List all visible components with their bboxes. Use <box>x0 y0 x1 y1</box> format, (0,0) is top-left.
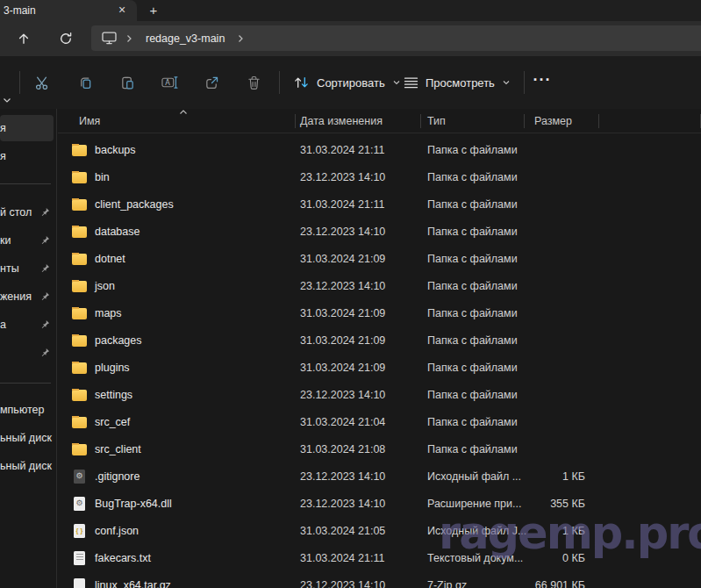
table-row[interactable]: fakecars.txt 31.03.2024 21:11 Текстовый … <box>58 544 701 571</box>
sidebar-item-desktop[interactable]: й стол <box>0 199 54 226</box>
tab-close-icon[interactable]: × <box>114 3 130 18</box>
column-header-size[interactable]: Размер <box>525 109 599 133</box>
copy-icon <box>78 75 93 90</box>
tab-bar: 3-main × + <box>0 0 701 21</box>
table-row[interactable]: maps 31.03.2024 21:09 Папка с файлами <box>58 299 701 326</box>
view-button-label: Просмотреть <box>426 76 495 90</box>
toolbar-divider <box>19 71 20 94</box>
table-row[interactable]: plugins 31.03.2024 21:09 Папка с файлами <box>58 354 701 381</box>
new-tab-button[interactable]: + <box>143 2 164 19</box>
column-header-type[interactable]: Тип <box>421 109 525 133</box>
pin-icon <box>39 263 50 274</box>
sidebar-item-local-disk-d[interactable]: ьный диск <box>0 453 54 479</box>
column-header-date[interactable]: Дата изменения <box>296 109 421 133</box>
chevron-right-icon[interactable] <box>237 34 245 43</box>
text-file-icon <box>74 551 85 565</box>
pin-icon <box>39 348 50 358</box>
sidebar-item-gallery[interactable]: я <box>0 143 54 169</box>
folder-icon <box>72 226 87 238</box>
pin-icon <box>39 207 50 218</box>
up-button[interactable] <box>13 28 34 49</box>
table-row[interactable]: packages 31.03.2024 21:09 Папка с файлам… <box>58 326 701 354</box>
sidebar-item-pictures[interactable]: жения <box>0 283 54 310</box>
dll-file-icon <box>74 497 85 511</box>
rename-button[interactable]: A <box>152 67 187 98</box>
table-row[interactable]: bin 23.12.2023 14:10 Папка с файлами <box>58 163 701 190</box>
delete-button[interactable] <box>236 67 271 98</box>
table-row[interactable]: dotnet 31.03.2024 21:09 Папка с файлами <box>58 245 701 272</box>
share-button[interactable] <box>194 67 229 98</box>
breadcrumb-segment[interactable]: redage_v3-main <box>142 31 228 47</box>
sidebar-item-home[interactable]: я <box>0 115 54 141</box>
cut-icon <box>34 75 51 91</box>
sidebar-main-divider <box>56 109 57 588</box>
folder-icon <box>72 308 87 319</box>
folder-icon <box>72 281 87 292</box>
sort-ascending-icon <box>179 109 188 116</box>
copy-button[interactable] <box>68 67 103 98</box>
trash-icon <box>247 75 261 90</box>
table-row[interactable]: backups 31.03.2024 21:11 Папка с файлами <box>58 136 701 163</box>
ellipsis-icon: ··· <box>533 71 552 90</box>
folder-icon <box>72 444 87 455</box>
file-explorer-window: 3-main × + redage_v3-main <box>0 0 701 588</box>
table-row[interactable]: src_client 31.03.2024 21:08 Папка с файл… <box>58 435 701 463</box>
column-header-row: Имя Дата изменения Тип Размер <box>58 109 701 133</box>
paste-icon <box>120 75 135 90</box>
folder-icon <box>72 362 87 374</box>
up-arrow-icon <box>17 32 31 46</box>
folder-icon <box>72 145 87 156</box>
sidebar-item-videos[interactable] <box>0 340 54 366</box>
table-row[interactable]: settings 23.12.2023 14:10 Папка с файлам… <box>58 381 701 408</box>
column-header-blank <box>599 109 701 133</box>
table-row[interactable]: json 23.12.2023 14:10 Папка с файлами <box>58 272 701 299</box>
folder-icon <box>72 390 87 401</box>
refresh-icon <box>59 32 73 46</box>
sidebar-item-music[interactable]: а <box>0 312 54 338</box>
view-button[interactable]: Просмотреть <box>397 67 518 98</box>
table-row[interactable]: conf.json 31.03.2024 21:05 Исходный файл… <box>58 517 701 544</box>
sort-button-label: Сортировать <box>317 76 385 90</box>
table-row[interactable]: client_packages 31.03.2024 21:11 Папка с… <box>58 190 701 218</box>
new-menu-chevron-icon[interactable] <box>2 95 12 105</box>
paste-button[interactable] <box>110 67 145 98</box>
rename-icon: A <box>161 75 178 90</box>
table-row[interactable]: database 23.12.2023 14:10 Папка с файлам… <box>58 218 701 245</box>
folder-icon <box>72 335 87 347</box>
folder-icon <box>72 199 87 211</box>
share-icon <box>204 75 219 90</box>
refresh-button[interactable] <box>55 28 76 49</box>
sort-button[interactable]: Сортировать <box>286 67 408 98</box>
navigation-bar: redage_v3-main <box>0 21 701 56</box>
table-row[interactable]: BugTrap-x64.dll 23.12.2023 14:10 Расшире… <box>58 490 701 517</box>
pin-icon <box>39 319 50 330</box>
table-row[interactable]: src_cef 31.03.2024 21:04 Папка с файлами <box>58 408 701 435</box>
command-toolbar: A Сортировать Прос <box>0 56 701 109</box>
tab-title: 3-main <box>4 4 114 17</box>
sidebar-item-downloads[interactable]: ки <box>0 227 54 254</box>
table-row[interactable]: linux_x64.tar.gz 23.12.2023 14:10 7-Zip … <box>58 571 701 588</box>
pin-icon <box>39 235 50 246</box>
explorer-tab[interactable]: 3-main × <box>0 0 137 21</box>
folder-icon <box>72 172 87 183</box>
toolbar-divider <box>279 71 280 94</box>
breadcrumb[interactable]: redage_v3-main <box>91 25 701 51</box>
folder-icon <box>72 417 87 428</box>
chevron-right-icon <box>125 34 133 43</box>
more-options-button[interactable]: ··· <box>526 67 558 98</box>
sidebar-item-documents[interactable]: нты <box>0 255 54 282</box>
file-list: Имя Дата изменения Тип Размер <box>58 109 701 588</box>
column-header-name[interactable]: Имя <box>58 109 296 133</box>
explorer-body: я я й стол ки нты <box>0 109 701 588</box>
toolbar-divider <box>524 71 525 94</box>
table-row[interactable]: .gitignore 23.12.2023 14:10 Исходный фай… <box>58 463 701 490</box>
cut-button[interactable] <box>25 67 60 98</box>
sidebar-item-this-pc[interactable]: мпьютер <box>0 397 54 423</box>
this-pc-icon[interactable] <box>102 32 117 45</box>
chevron-down-icon <box>502 78 511 87</box>
sort-icon <box>293 75 310 90</box>
sidebar: я я й стол ки нты <box>0 109 56 588</box>
json-file-icon <box>74 524 85 538</box>
folder-icon <box>72 254 87 265</box>
sidebar-item-local-disk-c[interactable]: ьный диск <box>0 425 54 451</box>
